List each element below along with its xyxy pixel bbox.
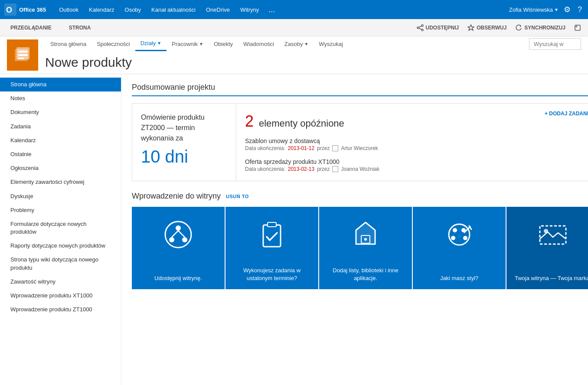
- share-action[interactable]: UDOSTĘPNIJ: [417, 24, 459, 31]
- task-date: 2013-01-12: [288, 145, 314, 151]
- share-circle-icon: [161, 217, 196, 253]
- sidebar-item-problemy[interactable]: Problemy: [0, 203, 121, 217]
- sidebar-item-ostatnie[interactable]: Ostatnie: [0, 147, 121, 161]
- clipboard-check-icon: [255, 217, 289, 253]
- expand-action[interactable]: [574, 24, 581, 31]
- sidebar-item-formularze[interactable]: Formularze dotyczące nowych produktów: [0, 217, 121, 239]
- task-item: Oferta sprzedaży produktu XT1000 Data uk…: [245, 158, 588, 172]
- ribbon-actions: UDOSTĘPNIJ OBSERWUJ SYNCHRONIZUJ: [417, 24, 581, 31]
- zasoby-dropdown-icon: ▼: [304, 42, 308, 46]
- site-nav-zasoby[interactable]: Zasoby ▼: [279, 37, 314, 51]
- intro-title: Wprowadzenie do witryny: [132, 192, 221, 201]
- svg-line-6: [419, 28, 421, 29]
- sidebar-item-raporty[interactable]: Raporty dotyczące nowych produktów: [0, 239, 121, 253]
- svg-marker-7: [468, 25, 474, 30]
- svg-point-2: [421, 25, 423, 26]
- sidebar-item-dyskusje[interactable]: Dyskusje: [0, 189, 121, 203]
- svg-point-17: [182, 237, 187, 242]
- sidebar-item-wiki[interactable]: Strona typu wiki dotycząca nowego produk…: [0, 253, 121, 274]
- office-logo[interactable]: O Office 365: [4, 3, 46, 16]
- nav-onedrive[interactable]: OneDrive: [202, 5, 234, 15]
- svg-point-24: [449, 224, 470, 245]
- sync-action[interactable]: SYNCHRONIZUJ: [515, 24, 565, 31]
- expand-icon: [574, 24, 581, 31]
- project-tasks: + DODAJ ZADANIE 2 elementy opóźnione Sza…: [236, 104, 588, 181]
- office-logo-text: Office 365: [19, 7, 46, 13]
- svg-rect-10: [16, 47, 29, 59]
- svg-rect-20: [263, 225, 281, 247]
- ribbon-tab-przegladanie[interactable]: PRZEGLĄDANIE: [7, 23, 55, 33]
- nav-more[interactable]: ...: [265, 3, 278, 16]
- task-meta-prefix: Data ukończenia:: [245, 166, 285, 172]
- site-nav-obiekty[interactable]: Obiekty: [209, 37, 238, 51]
- task-name: Szablon umowy z dostawcą: [245, 137, 588, 144]
- tile-label: Twoja witryna — Twoja marka.: [515, 274, 588, 282]
- tile-share[interactable]: Udostępnij witrynę.: [132, 207, 225, 289]
- nav-osoby[interactable]: Osoby: [121, 5, 146, 15]
- sidebar-item-kalendarz[interactable]: Kalendarz: [0, 134, 121, 147]
- tile-label: Dodaj listy, biblioteki i inne aplikacje…: [327, 267, 405, 282]
- svg-point-25: [453, 228, 457, 232]
- task-item: Szablon umowy z dostawcą Data ukończenia…: [245, 137, 588, 151]
- delayed-header: 2 elementy opóźnione: [245, 112, 588, 131]
- site-header: Strona główna Społeczności Działy ▼ Prac…: [0, 36, 588, 74]
- svg-rect-8: [575, 25, 580, 30]
- star-icon: [467, 24, 474, 31]
- nav-kanal[interactable]: Kanał aktualności: [147, 5, 200, 15]
- sidebar-item-elementy[interactable]: Elementy zawartości cyfrowej: [0, 175, 121, 189]
- task-meta-prefix: Data ukończenia:: [245, 145, 285, 151]
- site-nav: Strona główna Społeczności Działy ▼ Prac…: [45, 36, 581, 51]
- ribbon-tab-strona[interactable]: STRONA: [65, 23, 95, 33]
- sidebar-item-ogloszenia[interactable]: Ogłoszenia: [0, 161, 121, 175]
- project-overview-text: Omówienie produktu ZT2000 — termin wykon…: [141, 112, 227, 144]
- site-nav-dzialy[interactable]: Działy ▼: [135, 36, 167, 51]
- top-nav: O Office 365 Outlook Kalendarz Osoby Kan…: [0, 0, 588, 19]
- user-dropdown-icon: ▼: [554, 7, 559, 12]
- site-nav-spolecznosci[interactable]: Społeczności: [91, 37, 135, 51]
- tile-tasks[interactable]: Wykonujesz zadania w ustalonym terminie?: [225, 207, 318, 289]
- nav-outlook[interactable]: Outlook: [55, 5, 83, 15]
- site-nav-pracownik[interactable]: Pracownik ▼: [167, 37, 209, 51]
- sidebar-item-strona-glowna[interactable]: Strona główna: [0, 78, 121, 91]
- site-title-area: Nowe produkty: [45, 51, 581, 74]
- svg-rect-21: [268, 222, 276, 227]
- site-logo-icon: [13, 46, 32, 65]
- top-nav-links: Outlook Kalendarz Osoby Kanał aktualnośc…: [55, 3, 509, 16]
- sidebar-item-zt1000[interactable]: Wprowadzenie produktu ZT1000: [0, 303, 121, 316]
- user-menu[interactable]: Zofia Wiśniewska ▼: [509, 7, 559, 13]
- sidebar-item-dokumenty[interactable]: Dokumenty: [0, 105, 121, 119]
- sidebar-item-zawartosc[interactable]: Zawartość witryny: [0, 275, 121, 289]
- tile-brand[interactable]: Twoja witryna — Twoja marka.: [506, 207, 588, 289]
- svg-rect-11: [18, 51, 28, 52]
- svg-line-18: [172, 231, 178, 237]
- main-layout: Strona główna Notes Dokumenty Zadania Ka…: [0, 74, 588, 385]
- follow-action[interactable]: OBSERWUJ: [467, 24, 506, 31]
- task-checkbox[interactable]: [332, 145, 338, 151]
- nav-witryny[interactable]: Witryny: [236, 5, 263, 15]
- tile-lists[interactable]: Dodaj listy, biblioteki i inne aplikacje…: [319, 207, 412, 289]
- sidebar-item-zadania[interactable]: Zadania: [0, 120, 121, 134]
- sidebar-item-notes[interactable]: Notes: [0, 91, 121, 105]
- delayed-label: elementy opóźnione: [259, 118, 344, 129]
- site-nav-strona-glowna[interactable]: Strona główna: [45, 37, 91, 51]
- svg-point-23: [364, 238, 367, 241]
- delayed-count: 2: [245, 112, 254, 130]
- sidebar: Strona główna Notes Dokumenty Zadania Ka…: [0, 74, 121, 385]
- tile-style[interactable]: Jaki masz styl?: [413, 207, 506, 289]
- task-checkbox[interactable]: [332, 166, 338, 172]
- help-icon[interactable]: ?: [576, 3, 584, 16]
- ribbon: PRZEGLĄDANIE STRONA UDOSTĘPNIJ OBSERWUJ …: [0, 19, 588, 36]
- pracownik-dropdown-icon: ▼: [199, 42, 203, 46]
- palette-icon: [442, 217, 477, 253]
- site-nav-wyszukaj[interactable]: Wyszukaj: [314, 37, 348, 51]
- nav-kalendarz[interactable]: Kalendarz: [85, 5, 119, 15]
- search-input[interactable]: [529, 38, 581, 50]
- settings-icon[interactable]: ⚙: [562, 3, 572, 16]
- add-task-button[interactable]: + DODAJ ZADANIE: [545, 111, 588, 117]
- task-date: 2013-02-13: [288, 166, 314, 172]
- remove-intro-button[interactable]: USUŃ TO: [226, 194, 249, 199]
- home-shield-icon: [348, 217, 383, 253]
- sidebar-item-xt1000[interactable]: Wprowadzenie produktu XT1000: [0, 289, 121, 303]
- site-nav-wiadomosci[interactable]: Wiadomości: [238, 37, 279, 51]
- project-summary-section: Podsumowanie projektu Omówienie produktu…: [132, 83, 588, 181]
